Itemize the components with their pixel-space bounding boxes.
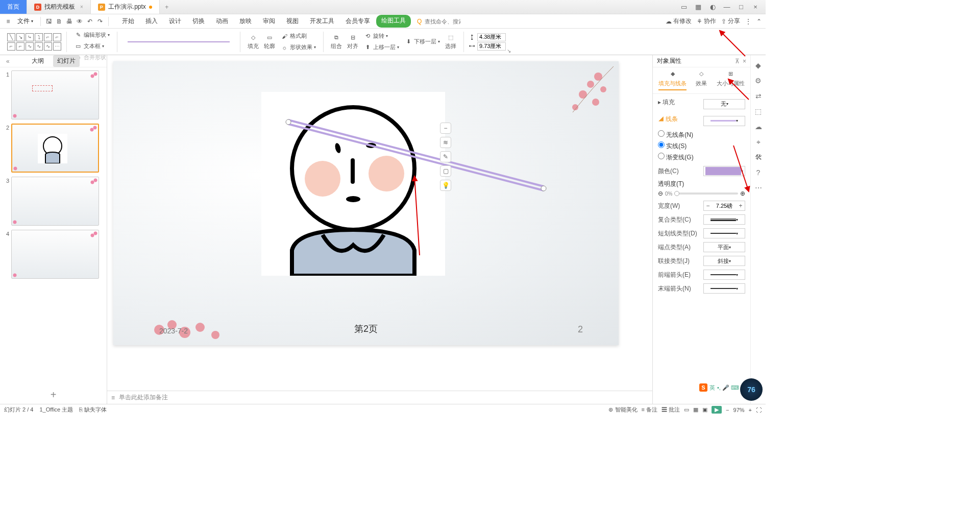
crop-icon[interactable]: ▢ [440, 165, 451, 177]
ime-bar[interactable]: S 英 •, 🎤 ⌨ ✿ [699, 383, 745, 392]
rail-cloud-icon[interactable]: ☁ [753, 122, 764, 132]
tab-design[interactable]: 设计 [164, 15, 186, 28]
slide-thumb-3[interactable] [11, 177, 99, 226]
notes-toggle[interactable]: ≡ 备注 [642, 406, 657, 414]
minimize-button[interactable]: — [722, 3, 732, 11]
transparency-slider[interactable] [674, 192, 738, 195]
tab-review[interactable]: 审阅 [258, 15, 280, 28]
rotate-button[interactable]: ⟲旋转▾ [361, 31, 401, 41]
slide-canvas[interactable]: − ≋ ✎ ▢ 💡 2023-7-2 第2页 2 [113, 61, 619, 345]
rail-help-icon[interactable]: ? [753, 167, 764, 178]
outline-tab[interactable]: 大纲 [28, 55, 48, 67]
close-panel-icon[interactable]: × [743, 58, 746, 65]
chevron-up-icon[interactable]: ⌃ [756, 18, 762, 25]
radio-gradient-line[interactable]: 渐变线(G) [658, 153, 745, 162]
line-style-select[interactable]: ▾ [703, 116, 745, 126]
rail-slider-icon[interactable]: ⇄ [753, 91, 764, 101]
rail-settings-icon[interactable]: ⚙ [753, 76, 764, 86]
missing-font-button[interactable]: ⎘ 缺失字体 [79, 406, 107, 414]
size-dialog-icon[interactable]: ↘ [507, 48, 511, 54]
close-icon[interactable]: × [80, 4, 83, 10]
print-preview-icon[interactable]: 👁 [76, 17, 84, 26]
height-input[interactable] [477, 33, 506, 41]
close-window-button[interactable]: × [750, 3, 761, 11]
view-reading-icon[interactable]: ▣ [702, 406, 707, 413]
tab-drawing-tools[interactable]: 绘图工具 [376, 15, 411, 28]
tab-home[interactable]: 首页 [0, 0, 27, 14]
fit-icon[interactable]: ⛶ [756, 407, 762, 413]
tab-insert[interactable]: 插入 [140, 15, 163, 28]
fill-select[interactable]: 无 ▾ [703, 99, 745, 109]
rail-tools-icon[interactable]: 🛠 [753, 152, 764, 162]
file-menu[interactable]: 文件 ▾ [14, 15, 36, 27]
line-section-header[interactable]: ◢ 线条 [658, 115, 678, 124]
plus-icon[interactable]: ⊕ [740, 190, 745, 197]
select-pane-button[interactable]: ⬚选择 [443, 33, 458, 51]
view-normal-icon[interactable]: ▭ [684, 406, 689, 413]
save-icon[interactable]: 🖫 [45, 17, 53, 26]
panel-tab-fill-line[interactable]: ◆填充与线条 [658, 70, 687, 90]
zoom-value[interactable]: 97% [733, 407, 745, 413]
arrow-begin-select[interactable]: ▾ [703, 270, 745, 280]
rail-crop-icon[interactable]: ⬚ [753, 106, 764, 116]
zoom-in-btn[interactable]: + [749, 407, 752, 413]
canvas-scroll[interactable]: − ≋ ✎ ▢ 💡 2023-7-2 第2页 2 [107, 55, 652, 391]
maximize-button[interactable]: □ [736, 3, 746, 11]
tab-member[interactable]: 会员专享 [340, 15, 375, 28]
bring-forward-button[interactable]: ⬆上移一层▾ [361, 42, 401, 53]
print-icon[interactable]: 🖶 [65, 17, 74, 26]
tab-slideshow[interactable]: 放映 [234, 15, 257, 28]
pin-icon[interactable]: ⊼ [735, 58, 740, 65]
apps-icon[interactable]: ▦ [693, 3, 703, 11]
command-search-input[interactable] [425, 18, 460, 25]
textbox-button[interactable]: ▭文本框▾ [72, 41, 106, 51]
tab-animation[interactable]: 动画 [211, 15, 233, 28]
join-select[interactable]: 斜接▾ [703, 256, 745, 266]
arrow-end-select[interactable]: ▾ [703, 283, 745, 294]
shape-effects-button[interactable]: ☼形状效果▾ [278, 42, 318, 53]
collapse-icon[interactable]: « [2, 56, 14, 66]
undo-icon[interactable]: ↶ [86, 17, 94, 26]
beautify-button[interactable]: ⊛ 智能美化 [608, 406, 637, 414]
coop-button[interactable]: ⚘ 协作 [697, 17, 716, 26]
connector-gallery[interactable]: ╲↘⤷⤵⌐⌐ ⌐⌐∿∿∿⋯ [7, 33, 61, 51]
tab-transition[interactable]: 切换 [187, 15, 210, 28]
search-icon[interactable]: Q [417, 18, 422, 25]
zoom-out-icon[interactable]: − [440, 123, 451, 134]
outline-button[interactable]: ▭轮廓 [262, 33, 277, 51]
view-sorter-icon[interactable]: ▦ [693, 406, 698, 413]
tab-start[interactable]: 开始 [117, 15, 139, 28]
tab-view[interactable]: 视图 [281, 15, 304, 28]
radio-no-line[interactable]: 无线条(N) [658, 130, 745, 139]
align-button[interactable]: ⊟对齐 [345, 33, 360, 51]
more-icon[interactable]: ⋮ [745, 18, 751, 25]
slide-thumb-4[interactable] [11, 230, 99, 279]
speaker-notes[interactable]: ≡ 单击此处添加备注 [107, 391, 652, 404]
fill-section-header[interactable]: ▸ 填充 [658, 98, 675, 107]
save-as-icon[interactable]: 🗎 [55, 17, 63, 26]
add-slide-button[interactable]: + [0, 385, 107, 404]
fill-button[interactable]: ◇填充 [246, 33, 261, 51]
tab-devtools[interactable]: 开发工具 [305, 15, 339, 28]
layers-icon[interactable]: ≋ [440, 137, 451, 148]
idea-icon[interactable]: 💡 [440, 180, 451, 191]
compound-select[interactable]: ▾ [703, 214, 745, 225]
group-button[interactable]: ⧉组合 [329, 33, 344, 51]
line-width-spinner[interactable]: −+ [703, 201, 745, 211]
comments-toggle[interactable]: ☰ 批注 [662, 406, 680, 414]
line-style-preview[interactable] [122, 35, 235, 49]
cloud-pending[interactable]: ☁ 有修改 [666, 17, 692, 26]
pen-icon[interactable]: ✎ [440, 151, 451, 162]
radio-solid-line[interactable]: 实线(S) [658, 141, 745, 151]
panel-tab-size[interactable]: ⊞大小与属性 [717, 70, 745, 90]
rail-more-icon[interactable]: ⋯ [753, 183, 764, 193]
format-painter-button[interactable]: 🖌格式刷 [278, 31, 318, 41]
send-backward-button[interactable]: ⬇下移一层▾ [402, 37, 442, 47]
new-tab-button[interactable]: + [160, 0, 174, 14]
rail-design-icon[interactable]: ◆ [753, 60, 764, 70]
dash-select[interactable]: ▾ [703, 228, 745, 238]
layout-icon[interactable]: ▭ [679, 3, 689, 11]
zoom-out-btn[interactable]: − [726, 407, 729, 413]
color-picker[interactable]: ▾ [703, 166, 745, 176]
panel-tab-effects[interactable]: ◇效果 [696, 70, 707, 90]
